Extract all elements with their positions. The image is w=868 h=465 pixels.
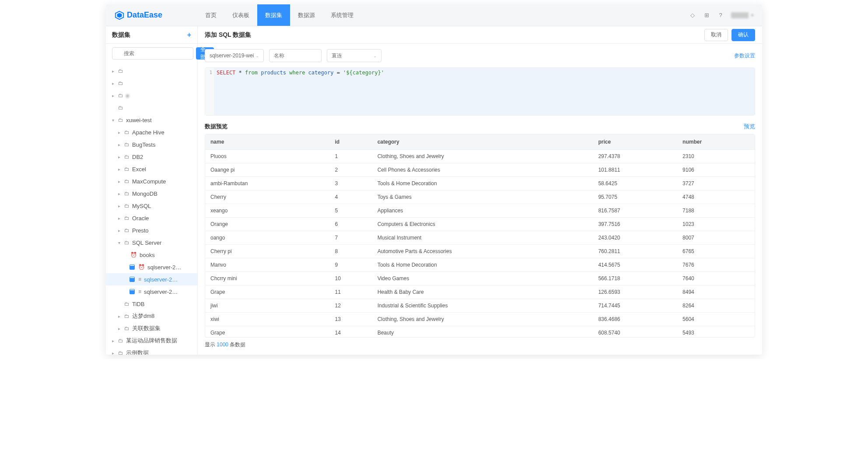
expand-arrow[interactable]: ▸ xyxy=(112,93,117,98)
datasource-select[interactable]: sqlserver-2019-wei⌄ xyxy=(205,49,264,62)
expand-arrow[interactable]: ▸ xyxy=(118,142,123,147)
help-icon[interactable]: ? xyxy=(717,12,724,19)
nav-item-4[interactable]: 系统管理 xyxy=(323,4,361,26)
list-icon: ≡ xyxy=(138,289,141,295)
cancel-button[interactable]: 取消 xyxy=(704,29,728,41)
tree-item[interactable]: ▸🗀 xyxy=(106,65,197,77)
tree-item[interactable]: ▸🗀e xyxy=(106,89,197,102)
table-cell: Musical Instrument xyxy=(372,231,593,245)
table-cell: 397.7516 xyxy=(593,218,677,231)
table-row[interactable]: Cherry4Toys & Games95.70754748 xyxy=(205,190,755,204)
nav-item-1[interactable]: 仪表板 xyxy=(224,4,257,26)
expand-arrow[interactable]: ▸ xyxy=(118,167,123,172)
tree-item[interactable]: 🗀 xyxy=(106,102,197,114)
column-header[interactable]: number xyxy=(677,134,755,150)
table-row[interactable]: xeango5Appliances816.75877188 xyxy=(205,204,755,218)
tree-item[interactable]: ⏰sqlserver-2… xyxy=(106,261,197,273)
table-row[interactable]: Manvo9Tools & Home Decoration414.5675767… xyxy=(205,258,755,272)
tree-item[interactable]: ▸🗀Apache Hive xyxy=(106,126,197,138)
tree-item[interactable]: ⏰books xyxy=(106,249,197,261)
tree-item[interactable]: ▸🗀DB2 xyxy=(106,151,197,163)
expand-arrow[interactable]: ▸ xyxy=(112,338,117,343)
expand-arrow[interactable]: ▸ xyxy=(118,155,123,159)
chevron-down-icon: ⌄ xyxy=(373,53,377,58)
tree-item[interactable]: ≡sqlserver-2… xyxy=(106,285,197,298)
page-title: 添加 SQL 数据集 xyxy=(205,31,251,39)
tree-item[interactable]: ▸🗀Oracle xyxy=(106,212,197,224)
table-cell: Beauty xyxy=(372,326,593,338)
tree-item[interactable]: ≡sqlserver-2… xyxy=(106,273,197,285)
folder-icon: 🗀 xyxy=(124,129,130,135)
table-cell: 7188 xyxy=(677,204,755,218)
expand-arrow[interactable]: ▸ xyxy=(118,326,123,331)
table-row[interactable]: jiwi12Industrial & Scientific Supplies71… xyxy=(205,299,755,313)
table-cell: 58.6425 xyxy=(593,177,677,190)
expand-arrow[interactable]: ▸ xyxy=(118,130,123,135)
column-header[interactable]: category xyxy=(372,134,593,150)
table-row[interactable]: oango7Musical Instrument243.04208007 xyxy=(205,231,755,245)
tree-item[interactable]: ▸🗀某运动品牌销售数据 xyxy=(106,335,197,347)
expand-arrow[interactable]: ▸ xyxy=(118,228,123,233)
tree-item[interactable]: ▾🗀SQL Server xyxy=(106,236,197,249)
table-cell: Clothing, Shoes and Jewelry xyxy=(372,150,593,163)
column-header[interactable]: id xyxy=(329,134,372,150)
table-row[interactable]: Grape14Beauty608.57405493 xyxy=(205,326,755,338)
expand-arrow[interactable]: ▾ xyxy=(112,118,117,123)
tree-item[interactable]: ▸🗀 xyxy=(106,77,197,89)
table-cell: Video Games xyxy=(372,272,593,285)
column-header[interactable]: price xyxy=(593,134,677,150)
expand-arrow[interactable]: ▾ xyxy=(118,240,123,245)
tree-item[interactable]: ▸🗀MaxCompute xyxy=(106,175,197,187)
table-row[interactable]: Pluoos1Clothing, Shoes and Jewelry297.43… xyxy=(205,150,755,163)
tree-item[interactable]: ▸🗀MongoDB xyxy=(106,187,197,200)
table-row[interactable]: Orange6Computers & Electronics397.751610… xyxy=(205,218,755,231)
param-settings-link[interactable]: 参数设置 xyxy=(734,52,755,60)
tree-item[interactable]: ▸🗀Presto xyxy=(106,224,197,236)
expand-arrow[interactable]: ▸ xyxy=(118,314,123,319)
table-row[interactable]: Cherry pi8Automotive Parts & Accessories… xyxy=(205,245,755,258)
table-row[interactable]: Chcrry mini10Video Games566.17187640 xyxy=(205,272,755,285)
expand-arrow[interactable]: ▸ xyxy=(118,216,123,221)
table-row[interactable]: xiwi13Clothing, Shoes and Jewelry836.468… xyxy=(205,313,755,326)
table-cell: 14 xyxy=(329,326,372,338)
search-input[interactable] xyxy=(112,47,193,60)
nav-item-3[interactable]: 数据源 xyxy=(290,4,323,26)
table-cell: 8494 xyxy=(677,285,755,299)
tree-item[interactable]: ▸🗀BugTests xyxy=(106,138,197,151)
sql-editor[interactable]: 1 SELECT * from products where category … xyxy=(205,67,755,116)
table-row[interactable]: ambi-Rambutan3Tools & Home Decoration58.… xyxy=(205,177,755,190)
tree-item[interactable]: ▸🗀关联数据集 xyxy=(106,322,197,335)
bell-icon[interactable]: ◇ xyxy=(689,12,696,19)
tree-item[interactable]: ▸🗀MySQL xyxy=(106,200,197,212)
folder-icon: 🗀 xyxy=(118,350,123,355)
connection-select[interactable]: 直连⌄ xyxy=(327,49,382,62)
expand-arrow[interactable]: ▸ xyxy=(112,69,117,74)
table-cell: Industrial & Scientific Supplies xyxy=(372,299,593,313)
user-menu[interactable]: ▾ xyxy=(731,12,753,18)
grid-icon[interactable]: ⊞ xyxy=(703,12,710,19)
expand-arrow[interactable]: ▸ xyxy=(118,191,123,196)
table-row[interactable]: Oaange pi2Cell Phones & Accessories101.8… xyxy=(205,163,755,177)
expand-arrow[interactable]: ▸ xyxy=(118,179,123,184)
tree-item[interactable]: ▸🗀达梦dm8 xyxy=(106,310,197,322)
folder-icon: 🗀 xyxy=(118,68,123,74)
nav-item-2[interactable]: 数据集 xyxy=(257,4,290,26)
column-header[interactable]: name xyxy=(205,134,329,150)
expand-arrow[interactable]: ▸ xyxy=(118,204,123,208)
tree-item[interactable]: 🗀TiDB xyxy=(106,298,197,310)
add-dataset-button[interactable]: + xyxy=(187,31,191,39)
tree-item[interactable]: ▾🗀xuwei-test xyxy=(106,114,197,126)
tree-label: Presto xyxy=(132,227,149,234)
tree-item[interactable]: ▸🗀Excel xyxy=(106,163,197,175)
preview-table: nameidcategorypricenumberPluoos1Clothing… xyxy=(205,134,755,338)
name-input[interactable] xyxy=(269,49,322,62)
tree-item[interactable]: ▸🗀示例数据 xyxy=(106,347,197,355)
db-icon xyxy=(130,289,135,294)
table-row[interactable]: Grape11Health & Baby Care126.65938494 xyxy=(205,285,755,299)
expand-arrow[interactable]: ▸ xyxy=(112,81,117,86)
confirm-button[interactable]: 确认 xyxy=(732,29,755,41)
chevron-down-icon: ⌄ xyxy=(256,53,259,58)
preview-link[interactable]: 预览 xyxy=(744,123,755,130)
nav-item-0[interactable]: 首页 xyxy=(197,4,224,26)
expand-arrow[interactable]: ▸ xyxy=(112,351,117,355)
